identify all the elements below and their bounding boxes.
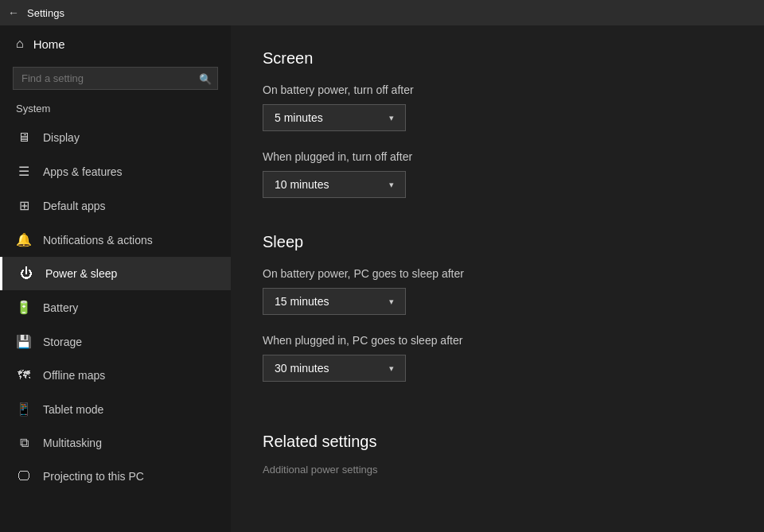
search-icon: 🔍 xyxy=(199,72,212,84)
sidebar-item-battery-label: Battery xyxy=(43,301,78,314)
sidebar-item-default-apps[interactable]: ⊞ Default apps xyxy=(0,188,231,223)
battery-icon: 🔋 xyxy=(16,300,32,315)
battery-sleep-dropdown[interactable]: 15 minutes ▾ xyxy=(263,288,406,315)
battery-screen-container: On battery power, turn off after 5 minut… xyxy=(263,83,732,131)
plugged-sleep-value: 30 minutes xyxy=(275,362,329,375)
plugged-screen-dropdown[interactable]: 10 minutes ▾ xyxy=(263,171,406,198)
sidebar-item-power-sleep[interactable]: ⏻ Power & sleep xyxy=(0,257,231,290)
sleep-section-title: Sleep xyxy=(263,233,732,251)
maps-icon: 🗺 xyxy=(16,368,32,382)
main-layout: ⌂ Home 🔍 System 🖥 Display ☰ Apps & featu… xyxy=(0,25,764,532)
sidebar-item-notifications-label: Notifications & actions xyxy=(43,234,153,247)
sidebar-home[interactable]: ⌂ Home xyxy=(0,25,231,62)
related-settings-title: Related settings xyxy=(263,433,732,451)
sidebar-item-multitasking-label: Multitasking xyxy=(43,437,102,449)
battery-screen-dropdown[interactable]: 5 minutes ▾ xyxy=(263,104,406,131)
battery-sleep-arrow: ▾ xyxy=(389,297,394,307)
plugged-screen-value: 10 minutes xyxy=(275,178,329,191)
battery-sleep-label: On battery power, PC goes to sleep after xyxy=(263,267,732,280)
tablet-icon: 📱 xyxy=(16,402,32,417)
plugged-screen-container: When plugged in, turn off after 10 minut… xyxy=(263,150,732,198)
sidebar-item-default-apps-label: Default apps xyxy=(43,200,106,212)
sidebar-item-projecting[interactable]: 🖵 Projecting to this PC xyxy=(0,460,231,493)
nav-items: 🖥 Display ☰ Apps & features ⊞ Default ap… xyxy=(0,121,231,532)
power-icon: ⏻ xyxy=(18,266,34,281)
sidebar-item-tablet-mode[interactable]: 📱 Tablet mode xyxy=(0,392,231,426)
screen-section-title: Screen xyxy=(263,49,732,68)
content-area: Screen On battery power, turn off after … xyxy=(231,25,764,532)
plugged-sleep-container: When plugged in, PC goes to sleep after … xyxy=(263,334,732,382)
sidebar-item-tablet-label: Tablet mode xyxy=(43,403,103,416)
battery-sleep-container: On battery power, PC goes to sleep after… xyxy=(263,267,732,315)
search-box: 🔍 xyxy=(13,67,218,90)
sidebar-item-display[interactable]: 🖥 Display xyxy=(0,121,231,154)
battery-screen-value: 5 minutes xyxy=(275,111,323,124)
plugged-sleep-arrow: ▾ xyxy=(389,363,394,374)
plugged-screen-arrow: ▾ xyxy=(389,180,394,190)
sidebar-item-storage[interactable]: 💾 Storage xyxy=(0,324,231,359)
display-icon: 🖥 xyxy=(16,130,32,145)
sidebar-item-maps-label: Offline maps xyxy=(43,369,105,382)
battery-screen-label: On battery power, turn off after xyxy=(263,83,732,96)
sidebar-item-notifications[interactable]: 🔔 Notifications & actions xyxy=(0,223,231,257)
battery-screen-arrow: ▾ xyxy=(389,113,394,123)
home-icon: ⌂ xyxy=(16,37,24,51)
sidebar-item-power-label: Power & sleep xyxy=(45,267,117,280)
notifications-icon: 🔔 xyxy=(16,232,32,247)
sidebar-item-battery[interactable]: 🔋 Battery xyxy=(0,290,231,324)
storage-icon: 💾 xyxy=(16,334,32,349)
plugged-sleep-dropdown[interactable]: 30 minutes ▾ xyxy=(263,355,406,382)
multitasking-icon: ⧉ xyxy=(16,436,32,450)
sidebar-item-storage-label: Storage xyxy=(43,336,82,348)
default-apps-icon: ⊞ xyxy=(16,198,32,213)
battery-sleep-value: 15 minutes xyxy=(275,295,329,308)
sidebar-item-apps-label: Apps & features xyxy=(43,165,123,178)
plugged-sleep-label: When plugged in, PC goes to sleep after xyxy=(263,334,732,347)
system-label: System xyxy=(0,99,231,121)
sidebar-item-display-label: Display xyxy=(43,131,80,144)
sidebar: ⌂ Home 🔍 System 🖥 Display ☰ Apps & featu… xyxy=(0,25,231,532)
additional-power-settings-link[interactable]: Additional power settings xyxy=(263,464,732,476)
titlebar-title: Settings xyxy=(27,7,64,19)
titlebar: ← Settings xyxy=(0,0,764,25)
sidebar-item-projecting-label: Projecting to this PC xyxy=(43,470,144,483)
sidebar-item-multitasking[interactable]: ⧉ Multitasking xyxy=(0,426,231,460)
home-label: Home xyxy=(33,37,65,51)
sidebar-item-apps-features[interactable]: ☰ Apps & features xyxy=(0,154,231,188)
plugged-screen-label: When plugged in, turn off after xyxy=(263,150,732,163)
sidebar-item-offline-maps[interactable]: 🗺 Offline maps xyxy=(0,359,231,392)
apps-icon: ☰ xyxy=(16,164,32,179)
projecting-icon: 🖵 xyxy=(16,469,32,483)
back-button[interactable]: ← xyxy=(8,6,19,19)
search-input[interactable] xyxy=(13,67,218,90)
